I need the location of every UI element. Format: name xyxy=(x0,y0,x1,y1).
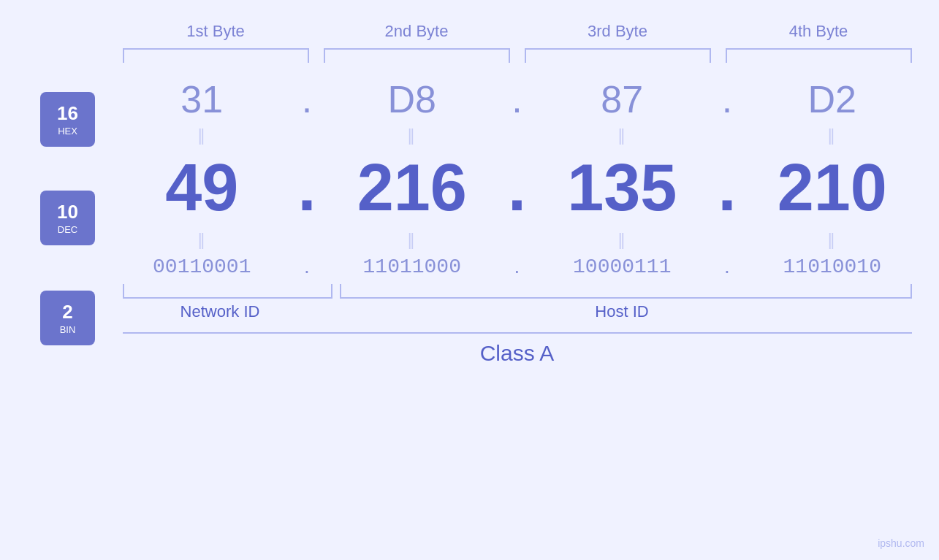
hex-base-label: HEX xyxy=(58,126,77,137)
bin-byte2-cell: 11011000 xyxy=(325,256,499,278)
byte3-header: 3rd Byte xyxy=(517,22,718,41)
hex-byte4-cell: D2 xyxy=(745,77,919,121)
class-bracket-line xyxy=(123,332,912,334)
bin-badge: 2 BIN xyxy=(40,291,95,345)
dec-byte4-cell: 210 xyxy=(745,150,919,226)
hex-byte1: 31 xyxy=(180,77,223,121)
dec-base-label: DEC xyxy=(58,224,77,235)
id-labels: Network ID Host ID xyxy=(115,302,919,321)
bin-sep1: . xyxy=(289,255,325,278)
eq2-b1: ‖ xyxy=(115,226,289,255)
id-brackets xyxy=(115,284,919,299)
hex-byte2-cell: D8 xyxy=(325,77,499,121)
network-id-label: Network ID xyxy=(115,302,325,321)
bin-byte3-cell: 10000111 xyxy=(536,256,710,278)
dec-base-number: 10 xyxy=(57,201,78,223)
network-bracket xyxy=(123,284,332,299)
dec-byte1: 49 xyxy=(165,150,238,226)
hex-base-number: 16 xyxy=(57,102,78,125)
eq1-b2: ‖ xyxy=(325,121,499,150)
dec-sep1: . xyxy=(289,150,325,226)
bin-byte4-cell: 11010010 xyxy=(745,256,919,278)
top-brackets xyxy=(115,48,919,63)
dec-sep2: . xyxy=(499,150,536,226)
host-bracket xyxy=(340,284,912,299)
bracket-byte2 xyxy=(324,48,510,63)
bin-base-number: 2 xyxy=(62,301,72,323)
dec-byte2: 216 xyxy=(357,150,467,226)
class-label: Class A xyxy=(115,341,919,366)
main-values: 16 HEX 10 DEC 2 BIN 31 . xyxy=(20,77,919,278)
values-grid: 31 . D8 . 87 . D2 xyxy=(115,77,919,278)
hex-sep3: . xyxy=(709,77,745,121)
bracket-byte1 xyxy=(123,48,309,63)
dec-byte4: 210 xyxy=(778,150,887,226)
class-section: Class A xyxy=(115,332,919,366)
hex-row: 31 . D8 . 87 . D2 xyxy=(115,77,919,121)
bin-sep3: . xyxy=(709,255,745,278)
eq1-b4: ‖ xyxy=(745,121,919,150)
dec-byte1-cell: 49 xyxy=(115,150,289,226)
hex-byte1-cell: 31 xyxy=(115,77,289,121)
byte4-header: 4th Byte xyxy=(718,22,919,41)
badges-column: 16 HEX 10 DEC 2 BIN xyxy=(20,77,115,345)
bin-byte1: 00110001 xyxy=(153,256,251,278)
eq2-b4: ‖ xyxy=(745,226,919,255)
eq2-b2: ‖ xyxy=(325,226,499,255)
byte1-header: 1st Byte xyxy=(115,22,316,41)
bin-base-label: BIN xyxy=(60,324,76,335)
equals-row-2: ‖ ‖ ‖ ‖ xyxy=(115,226,919,255)
watermark: ipshu.com xyxy=(878,537,924,549)
dec-row: 49 . 216 . 135 . 210 xyxy=(115,150,919,226)
hex-sep1: . xyxy=(289,77,325,121)
dec-byte3: 135 xyxy=(567,150,677,226)
bin-sep2: . xyxy=(499,255,536,278)
hex-byte3-cell: 87 xyxy=(536,77,710,121)
eq1-b1: ‖ xyxy=(115,121,289,150)
bottom-section: Network ID Host ID xyxy=(115,284,919,321)
hex-byte3: 87 xyxy=(601,77,643,121)
main-container: 1st Byte 2nd Byte 3rd Byte 4th Byte 16 H… xyxy=(0,0,939,560)
dec-byte2-cell: 216 xyxy=(325,150,499,226)
byte-headers: 1st Byte 2nd Byte 3rd Byte 4th Byte xyxy=(115,22,919,41)
host-id-label: Host ID xyxy=(325,302,919,321)
hex-byte4: D2 xyxy=(808,77,856,121)
hex-byte2: D8 xyxy=(388,77,436,121)
eq2-b3: ‖ xyxy=(536,226,710,255)
bin-byte2: 11011000 xyxy=(363,256,461,278)
eq1-b3: ‖ xyxy=(536,121,710,150)
dec-sep3: . xyxy=(709,150,745,226)
hex-badge: 16 HEX xyxy=(40,92,95,147)
bin-byte4: 11010010 xyxy=(783,256,881,278)
byte2-header: 2nd Byte xyxy=(316,22,517,41)
bracket-byte4 xyxy=(726,48,912,63)
hex-sep2: . xyxy=(499,77,536,121)
bin-row: 00110001 . 11011000 . 10000111 . xyxy=(115,255,919,278)
dec-badge: 10 DEC xyxy=(40,191,95,245)
bin-byte1-cell: 00110001 xyxy=(115,256,289,278)
bin-byte3: 10000111 xyxy=(573,256,671,278)
bracket-byte3 xyxy=(525,48,711,63)
equals-row-1: ‖ ‖ ‖ ‖ xyxy=(115,121,919,150)
dec-byte3-cell: 135 xyxy=(536,150,710,226)
